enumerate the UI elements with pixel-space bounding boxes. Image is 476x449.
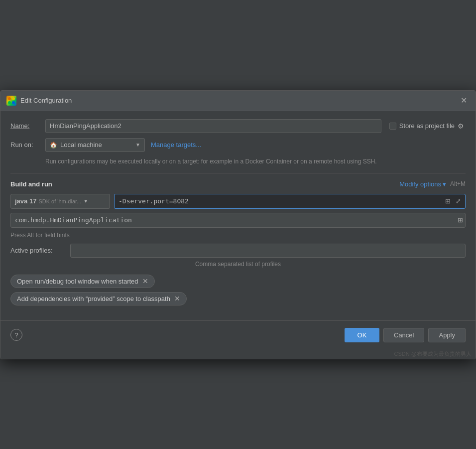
ok-button[interactable]: OK <box>345 328 379 342</box>
run-on-row: Run on: 🏠 Local machine ▼ Manage targets… <box>10 138 466 152</box>
build-run-header: Build and run Modify options ▾ Alt+M <box>10 180 466 188</box>
tag-close-2[interactable]: ✕ <box>174 295 180 302</box>
tag-add-dependencies: Add dependencies with “provided” scope t… <box>10 292 187 305</box>
store-project-checkbox[interactable] <box>389 123 396 130</box>
title-bar-left: Edit Configuration <box>6 96 72 106</box>
expand-text-icon[interactable]: ⊞ <box>443 196 453 206</box>
tag-label-2: Add dependencies with “provided” scope t… <box>17 295 170 302</box>
main-class-input[interactable] <box>11 213 456 227</box>
comma-hint: Comma separated list of profiles <box>10 261 466 268</box>
title-bar: Edit Configuration ✕ <box>0 91 476 111</box>
cancel-button[interactable]: Cancel <box>383 328 424 342</box>
dialog-content: Name: Store as project file ⚙ Run on: 🏠 … <box>0 111 476 320</box>
dialog-title: Edit Configuration <box>20 97 72 104</box>
store-project-label: Store as project file <box>399 122 455 130</box>
sdk-label: java 17 <box>15 197 36 205</box>
tag-label-1: Open run/debug tool window when started <box>17 278 138 285</box>
hint-text: Press Alt for field hints <box>10 232 466 239</box>
name-label: Name: <box>10 122 45 130</box>
watermark: CSDN @布要成为最负责的男人 <box>0 349 476 359</box>
sdk-dropdown-arrow-icon: ▼ <box>83 198 88 204</box>
bottom-bar: ? OK Cancel Apply <box>0 320 476 349</box>
profiles-label: Active profiles: <box>10 247 65 254</box>
tag-close-1[interactable]: ✕ <box>142 278 148 285</box>
tags-area: Open run/debug tool window when started … <box>10 275 466 305</box>
program-args-icons: ⊞ ⤢ <box>443 196 465 206</box>
svg-point-1 <box>12 97 15 100</box>
run-on-label: Run on: <box>10 141 45 149</box>
sdk-args-row: java 17 SDK of 'hm-diar... ▼ ⊞ ⤢ <box>10 194 466 209</box>
svg-point-2 <box>8 101 11 104</box>
run-on-value: Local machine <box>60 141 132 149</box>
sdk-dropdown[interactable]: java 17 SDK of 'hm-diar... ▼ <box>10 194 110 209</box>
close-button[interactable]: ✕ <box>458 95 470 107</box>
svg-point-0 <box>8 97 11 100</box>
modify-shortcut: Alt+M <box>450 180 466 187</box>
main-class-row: ⊞ <box>10 213 466 228</box>
modify-options-button[interactable]: Modify options ▾ <box>399 180 446 188</box>
svg-point-3 <box>12 101 15 104</box>
name-input[interactable] <box>45 119 381 133</box>
main-class-expand-icon[interactable]: ⊞ <box>456 215 465 225</box>
info-text: Run configurations may be executed local… <box>45 157 466 166</box>
modify-options-area: Modify options ▾ Alt+M <box>399 180 466 188</box>
profiles-row: Active profiles: <box>10 244 466 258</box>
name-row: Name: Store as project file ⚙ <box>10 119 466 133</box>
gear-icon[interactable]: ⚙ <box>458 122 466 130</box>
manage-targets-link[interactable]: Manage targets... <box>151 141 201 149</box>
run-on-dropdown[interactable]: 🏠 Local machine ▼ <box>45 138 145 152</box>
dropdown-arrow-icon: ▼ <box>135 142 140 148</box>
divider <box>10 173 466 173</box>
apply-button[interactable]: Apply <box>428 328 466 342</box>
action-buttons: OK Cancel Apply <box>345 328 466 342</box>
help-button[interactable]: ? <box>10 329 22 341</box>
store-project-area: Store as project file ⚙ <box>389 122 466 130</box>
program-args-wrapper: ⊞ ⤢ <box>114 194 466 209</box>
chevron-down-icon: ▾ <box>443 180 446 188</box>
home-icon: 🏠 <box>50 142 57 149</box>
program-args-input[interactable] <box>115 194 443 208</box>
app-icon <box>6 96 16 106</box>
section-title: Build and run <box>10 180 52 188</box>
profiles-input[interactable] <box>70 244 466 258</box>
main-class-input-wrapper: ⊞ <box>10 213 466 228</box>
expand-window-icon[interactable]: ⤢ <box>454 196 463 206</box>
tag-open-run-debug: Open run/debug tool window when started … <box>10 275 155 288</box>
sdk-sub: SDK of 'hm-diar... <box>38 198 81 204</box>
edit-configuration-dialog: Edit Configuration ✕ Name: Store as proj… <box>0 90 476 359</box>
